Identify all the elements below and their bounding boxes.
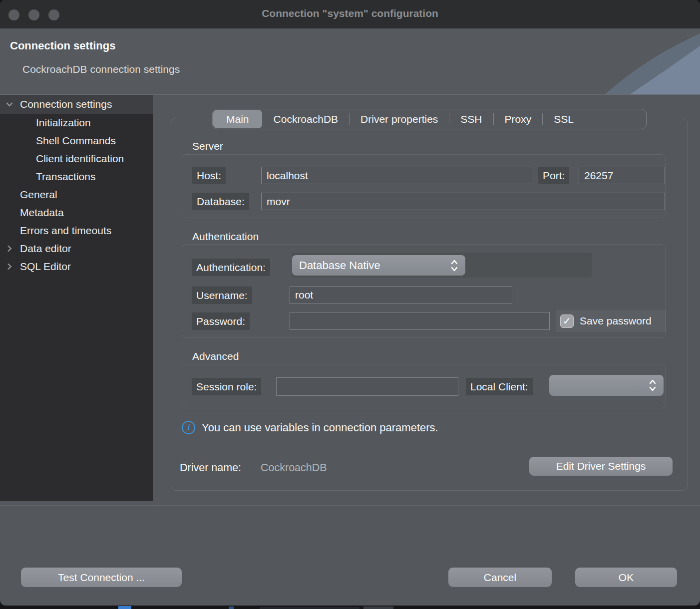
background-app-fragment	[118, 606, 131, 609]
sidebar-item-label: General	[0, 189, 57, 201]
page-title: Connection settings	[10, 39, 115, 52]
background-app-fragment	[363, 607, 393, 609]
sidebar-item-label: Client identification	[0, 153, 124, 165]
sidebar-item-label: Metadata	[0, 207, 64, 219]
sidebar-item-label: Shell Commands	[0, 135, 116, 147]
cancel-button[interactable]: Cancel	[448, 568, 552, 587]
sidebar-item-errors-and-timeouts[interactable]: Errors and timeouts	[0, 222, 153, 240]
tab-ssh[interactable]: SSH	[449, 109, 493, 129]
chevron-right-icon[interactable]	[5, 262, 14, 271]
tab-main[interactable]: Main	[213, 110, 262, 128]
sidebar-item-data-editor[interactable]: Data editor	[0, 240, 153, 258]
main-tab-content	[171, 118, 688, 491]
sidebar-item-connection-settings[interactable]: Connection settings	[0, 95, 153, 114]
sidebar-item-metadata[interactable]: Metadata	[0, 204, 153, 222]
test-connection-button[interactable]: Test Connection ...	[21, 568, 182, 587]
sidebar-item-label: Errors and timeouts	[0, 225, 111, 237]
tab-driver-properties[interactable]: Driver properties	[350, 109, 449, 129]
ok-button[interactable]: OK	[575, 568, 677, 587]
sidebar-item-initialization[interactable]: Initialization	[0, 114, 153, 132]
settings-tree: Connection settingsInitializationShell C…	[0, 95, 153, 501]
banner-swoosh-graphic	[585, 28, 700, 94]
sidebar-item-shell-commands[interactable]: Shell Commands	[0, 132, 153, 150]
sidebar-item-label: Connection settings	[0, 98, 112, 110]
tab-ssl[interactable]: SSL	[543, 109, 585, 129]
sidebar-item-label: Initialization	[0, 117, 91, 129]
chevron-down-icon[interactable]	[5, 100, 14, 109]
sidebar-divider	[158, 95, 158, 505]
sidebar-item-client-identification[interactable]: Client identification	[0, 150, 153, 168]
sidebar-item-label: Transactions	[0, 171, 95, 183]
title-bar: Connection "system" configuration	[0, 0, 700, 28]
window-title: Connection "system" configuration	[0, 7, 700, 19]
sidebar-item-general[interactable]: General	[0, 186, 153, 204]
sidebar-item-transactions[interactable]: Transactions	[0, 168, 153, 186]
wizard-header: Connection settings CockroachDB connecti…	[0, 28, 700, 95]
connection-config-dialog: Connection "system" configuration Connec…	[0, 0, 700, 606]
background-app-fragment	[260, 607, 359, 609]
tab-bar: MainCockroachDBDriver propertiesSSHProxy…	[212, 109, 647, 129]
sidebar-item-sql-editor[interactable]: SQL Editor	[0, 258, 153, 276]
background-app-fragment	[229, 607, 234, 609]
footer-divider	[0, 505, 700, 506]
chevron-right-icon[interactable]	[5, 244, 14, 253]
desktop-backdrop: Connection "system" configuration Connec…	[0, 0, 700, 609]
tab-cockroachdb[interactable]: CockroachDB	[263, 109, 350, 129]
page-subtitle: CockroachDB connection settings	[22, 63, 180, 75]
tab-proxy[interactable]: Proxy	[494, 109, 543, 129]
